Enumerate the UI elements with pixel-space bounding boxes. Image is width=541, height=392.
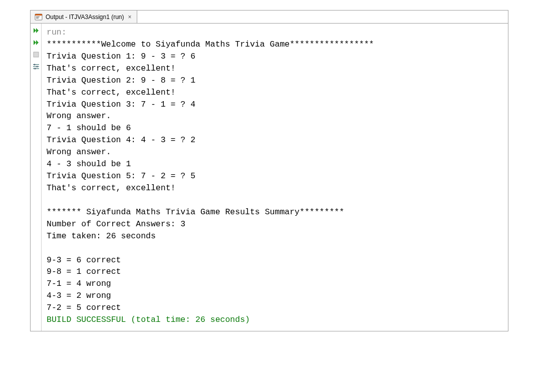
rerun-alt-icon[interactable] bbox=[32, 39, 40, 47]
output-body: run: ***********Welcome to Siyafunda Mat… bbox=[31, 24, 508, 331]
tab-bar: Output - ITJVA3Assign1 (run) × bbox=[31, 11, 508, 24]
output-line: 4 - 3 should be 1 bbox=[47, 159, 131, 169]
output-line: That's correct, excellent! bbox=[47, 64, 175, 73]
output-line: 4-3 = 2 wrong bbox=[47, 291, 111, 300]
svg-point-13 bbox=[36, 66, 38, 67]
svg-rect-3 bbox=[36, 18, 39, 18]
output-line: Wrong answer. bbox=[47, 147, 111, 157]
output-line: Trivia Question 2: 9 - 8 = ? 1 bbox=[47, 76, 195, 85]
output-line: Trivia Question 1: 9 - 3 = ? 6 bbox=[47, 52, 195, 61]
svg-marker-5 bbox=[36, 28, 39, 33]
settings-icon[interactable] bbox=[32, 63, 40, 71]
output-tab[interactable]: Output - ITJVA3Assign1 (run) × bbox=[31, 11, 137, 23]
svg-marker-6 bbox=[34, 40, 36, 45]
output-line: ***********Welcome to Siyafunda Maths Tr… bbox=[47, 40, 374, 49]
output-line: 9-8 = 1 correct bbox=[47, 267, 121, 276]
output-line: 7-1 = 4 wrong bbox=[47, 279, 111, 288]
output-panel: Output - ITJVA3Assign1 (run) × bbox=[30, 10, 508, 331]
svg-rect-1 bbox=[35, 14, 42, 16]
svg-marker-7 bbox=[36, 40, 39, 45]
output-line: 7 - 1 should be 6 bbox=[47, 123, 131, 133]
rerun-icon[interactable] bbox=[32, 27, 40, 35]
output-line: Wrong answer. bbox=[47, 111, 111, 121]
output-line: 7-2 = 5 correct bbox=[47, 303, 121, 312]
svg-rect-2 bbox=[36, 17, 40, 17]
tab-title: Output - ITJVA3Assign1 (run) bbox=[46, 14, 124, 21]
build-status: BUILD SUCCESSFUL (total time: 26 seconds… bbox=[47, 315, 250, 324]
output-line: That's correct, excellent! bbox=[47, 88, 175, 97]
svg-marker-4 bbox=[34, 28, 36, 33]
output-line: Trivia Question 3: 7 - 1 = ? 4 bbox=[47, 100, 195, 109]
svg-point-14 bbox=[34, 68, 36, 69]
svg-rect-10 bbox=[33, 66, 39, 67]
output-line: Time taken: 26 seconds bbox=[47, 231, 156, 241]
gutter bbox=[31, 24, 42, 331]
console-output: run: ***********Welcome to Siyafunda Mat… bbox=[42, 24, 508, 331]
stop-icon[interactable] bbox=[32, 51, 40, 59]
svg-rect-11 bbox=[33, 68, 39, 69]
output-line: That's correct, excellent! bbox=[47, 183, 175, 193]
output-line: Trivia Question 4: 4 - 3 = ? 2 bbox=[47, 135, 195, 145]
svg-point-12 bbox=[34, 64, 35, 65]
output-line: Trivia Question 5: 7 - 2 = ? 5 bbox=[47, 171, 195, 181]
run-label: run: bbox=[47, 28, 67, 37]
svg-rect-8 bbox=[34, 52, 39, 57]
terminal-icon bbox=[35, 13, 43, 21]
output-line: ******* Siyafunda Maths Trivia Game Resu… bbox=[47, 207, 344, 217]
output-line: 9-3 = 6 correct bbox=[47, 255, 121, 265]
close-icon[interactable]: × bbox=[127, 14, 133, 21]
output-line: Number of Correct Answers: 3 bbox=[47, 219, 185, 229]
